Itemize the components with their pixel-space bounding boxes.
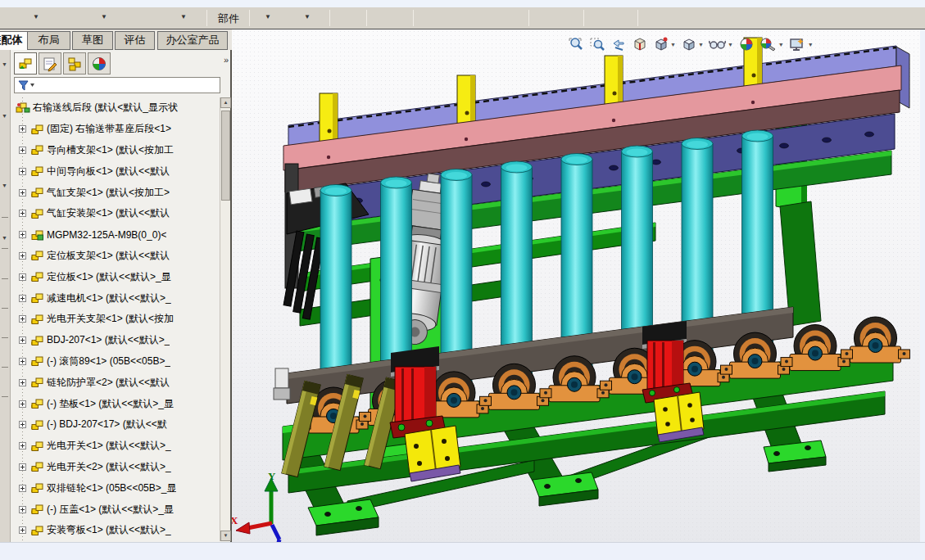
yellow-base-plate-left[interactable] bbox=[405, 426, 460, 481]
tree-item-14[interactable]: (-) 垫板<1> (默认<<默认>_显 bbox=[12, 393, 219, 414]
tree-item-0[interactable]: 右输送线后段 (默认<默认_显示状 bbox=[12, 97, 219, 119]
toolbar-dropdown-arrow[interactable]: ▼ bbox=[265, 14, 271, 20]
flyout-arrow-icon[interactable]: ▼ bbox=[2, 183, 7, 188]
dropdown-arrow-icon[interactable]: ▼ bbox=[778, 42, 784, 47]
document-tab-0[interactable]: 装配体 bbox=[0, 31, 28, 50]
tree-item-7[interactable]: 定位板支架<1> (默认<<默认 bbox=[12, 246, 219, 267]
toolbar-dropdown-arrow[interactable]: ▼ bbox=[180, 14, 187, 20]
zoom-to-area-icon bbox=[589, 36, 605, 52]
tree-item-18[interactable]: 双排链轮<1> (05B<<05B>_显 bbox=[12, 477, 219, 499]
toolbar-dropdown-arrow[interactable]: ▼ bbox=[304, 14, 311, 20]
tree-item-19[interactable]: (-) 压盖<1> (默认<<默认>_显 bbox=[12, 499, 219, 520]
tree-item-20[interactable]: 安装弯板<1> (默认<<默认>_ bbox=[12, 520, 219, 541]
hide-show-items-icon bbox=[709, 36, 727, 52]
expand-plus-icon[interactable] bbox=[19, 210, 26, 217]
tree-scrollbar[interactable]: ▲ ▼ bbox=[220, 97, 230, 541]
expand-plus-icon[interactable] bbox=[19, 379, 26, 386]
flyout-arrow-icon[interactable]: ▼ bbox=[2, 113, 7, 119]
display-style-button[interactable]: ▼ bbox=[679, 35, 705, 53]
tree-item-4[interactable]: 气缸支架<1> (默认<按加工> bbox=[12, 182, 219, 203]
toolbar-dropdown-arrow[interactable]: ▼ bbox=[33, 14, 39, 20]
expand-plus-icon[interactable] bbox=[19, 506, 26, 513]
apply-scene-button[interactable]: ▼ bbox=[758, 35, 786, 53]
view-settings-icon bbox=[789, 36, 807, 52]
view-settings-button[interactable]: ▼ bbox=[787, 35, 815, 53]
toolbar-separator bbox=[583, 10, 584, 26]
pane-tab-property-manager[interactable] bbox=[39, 52, 61, 75]
tree-item-5[interactable]: 气缸安装架<1> (默认<<默认 bbox=[12, 203, 219, 224]
filter-funnel-icon[interactable] bbox=[17, 79, 35, 95]
part-icon bbox=[29, 123, 44, 136]
yellow-base-plate-right[interactable] bbox=[654, 392, 704, 442]
tree-item-3[interactable]: 中间导向板<1> (默认<<默认 bbox=[12, 160, 219, 182]
expand-plus-icon[interactable] bbox=[19, 273, 26, 281]
toolbar-dropdown-arrow[interactable]: ▼ bbox=[101, 14, 107, 20]
tree-item-16[interactable]: 光电开关<1> (默认<<默认>_ bbox=[12, 436, 219, 457]
tree-item-12[interactable]: (-) 滚筒89<1> (05B<<05B>_ bbox=[12, 351, 219, 373]
expand-plus-icon[interactable] bbox=[19, 168, 26, 175]
tree-item-label: BDJ-207<1> (默认<<默认>_ bbox=[47, 333, 170, 347]
edit-appearance-button[interactable] bbox=[737, 35, 756, 53]
expand-plus-icon[interactable] bbox=[19, 295, 26, 302]
zoom-to-fit-button[interactable] bbox=[566, 35, 586, 53]
tree-item-1[interactable]: (固定) 右输送带基座后段<1> bbox=[12, 119, 219, 140]
part-icon bbox=[29, 313, 44, 326]
expand-plus-icon[interactable] bbox=[19, 252, 26, 260]
hide-show-items-button[interactable]: ▼ bbox=[707, 35, 735, 53]
expand-plus-icon[interactable] bbox=[19, 125, 26, 133]
part-icon bbox=[29, 165, 44, 178]
pane-tab-featuremanager-tree[interactable] bbox=[14, 52, 37, 75]
expand-plus-icon[interactable] bbox=[19, 400, 26, 408]
tree-item-6[interactable]: MGPM32-125A-M9B(0_0)< bbox=[12, 224, 219, 246]
pane-tab-display-manager[interactable] bbox=[88, 52, 111, 75]
component-button[interactable]: 部件 bbox=[210, 11, 247, 26]
part-icon bbox=[29, 207, 44, 220]
expand-plus-icon[interactable] bbox=[19, 189, 26, 196]
expand-plus-icon[interactable] bbox=[19, 147, 26, 154]
section-view-button[interactable] bbox=[630, 35, 650, 53]
previous-view-button[interactable] bbox=[609, 35, 628, 53]
scrollbar-thumb[interactable] bbox=[221, 111, 230, 201]
tree-item-8[interactable]: 定位板<1> (默认<<默认>_显 bbox=[12, 266, 219, 287]
document-tab-2[interactable]: 草图 bbox=[72, 31, 113, 50]
tree-item-label: 定位板支架<1> (默认<<默认 bbox=[47, 249, 170, 263]
dropdown-arrow-icon[interactable]: ▼ bbox=[698, 42, 704, 47]
expand-plus-icon[interactable] bbox=[19, 231, 26, 238]
expand-plus-icon[interactable] bbox=[19, 526, 26, 534]
tree-item-label: 右输送线后段 (默认<默认_显示状 bbox=[33, 101, 178, 115]
document-tab-3[interactable]: 评估 bbox=[115, 31, 155, 50]
bearing-unit[interactable] bbox=[841, 317, 910, 363]
dropdown-arrow-icon[interactable]: ▼ bbox=[728, 42, 733, 47]
flyout-arrow-icon[interactable]: ▼ bbox=[2, 61, 7, 67]
dropdown-arrow-icon[interactable]: ▼ bbox=[670, 42, 676, 47]
tree-item-15[interactable]: (-) BDJ-207<17> (默认<<默 bbox=[12, 414, 219, 436]
document-tab-1[interactable]: 布局 bbox=[27, 31, 70, 50]
panel-overflow-chevron[interactable]: » bbox=[224, 55, 227, 65]
tree-item-17[interactable]: 光电开关<2> (默认<<默认>_ bbox=[12, 457, 219, 478]
pane-tab-configuration-manager[interactable] bbox=[63, 52, 86, 75]
expand-plus-icon[interactable] bbox=[19, 336, 26, 344]
tree-item-13[interactable]: 链轮防护罩<2> (默认<<默认 bbox=[12, 372, 219, 393]
part-icon bbox=[29, 291, 44, 305]
zoom-to-area-button[interactable] bbox=[587, 35, 607, 53]
expand-plus-icon[interactable] bbox=[19, 358, 26, 365]
expand-plus-icon[interactable] bbox=[19, 315, 26, 323]
tree-filter-input[interactable] bbox=[14, 77, 220, 93]
document-tab-4[interactable]: 办公室产品 bbox=[157, 31, 228, 50]
graphics-viewport[interactable]: Y X ▼▼▼▼▼ bbox=[232, 29, 920, 542]
view-orientation-button[interactable]: ▼ bbox=[651, 35, 678, 53]
feature-tree: 右输送线后段 (默认<默认_显示状(固定) 右输送带基座后段<1>导向槽支架<1… bbox=[12, 97, 219, 541]
tree-item-9[interactable]: 减速电机<1> (默认<<默认>_ bbox=[12, 287, 219, 309]
tree-item-2[interactable]: 导向槽支架<1> (默认<按加工 bbox=[12, 140, 219, 161]
tree-item-11[interactable]: BDJ-207<1> (默认<<默认>_ bbox=[12, 330, 219, 351]
part-icon bbox=[29, 524, 44, 537]
expand-plus-icon[interactable] bbox=[19, 463, 26, 471]
tree-item-10[interactable]: 光电开关支架<1> (默认<按加 bbox=[12, 309, 219, 330]
flyout-arrow-icon[interactable]: ▼ bbox=[2, 235, 7, 241]
expand-plus-icon[interactable] bbox=[19, 421, 26, 428]
scroll-down-arrow[interactable]: ▼ bbox=[220, 531, 231, 541]
scroll-up-arrow[interactable]: ▲ bbox=[220, 97, 231, 108]
expand-plus-icon[interactable] bbox=[19, 442, 26, 449]
expand-plus-icon[interactable] bbox=[19, 485, 26, 492]
dropdown-arrow-icon[interactable]: ▼ bbox=[808, 42, 814, 47]
